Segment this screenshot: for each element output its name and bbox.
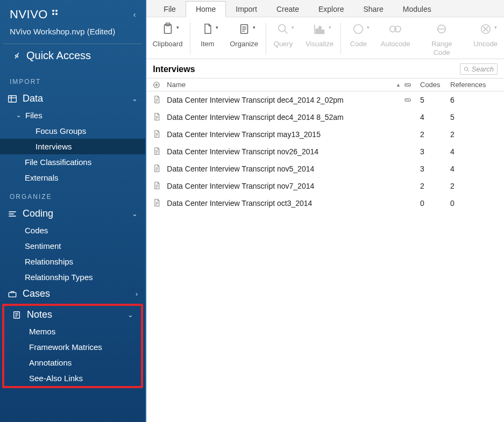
nav-codes[interactable]: Codes bbox=[0, 223, 145, 238]
table-row[interactable]: Data Center Interview Transcript nov5_20… bbox=[146, 160, 504, 177]
row-codes: 5 bbox=[420, 96, 450, 104]
ribbon-autocode[interactable]: Autocode bbox=[374, 20, 416, 48]
dropdown-icon: ▾ bbox=[329, 25, 331, 30]
tab-file[interactable]: File bbox=[154, 2, 186, 17]
dropdown-icon: ▾ bbox=[494, 25, 497, 30]
column-codes[interactable]: Codes bbox=[420, 81, 450, 89]
tab-import[interactable]: Import bbox=[226, 2, 267, 17]
svg-rect-1 bbox=[9, 96, 17, 102]
nav-data[interactable]: Data ⌄ bbox=[0, 90, 145, 108]
autocode-icon bbox=[389, 20, 402, 38]
row-references: 5 bbox=[450, 113, 498, 121]
svg-point-33 bbox=[464, 67, 468, 70]
svg-line-34 bbox=[467, 70, 469, 71]
svg-rect-7 bbox=[9, 292, 16, 297]
nav-coding-label: Coding bbox=[23, 208, 53, 219]
ribbon-code[interactable]: ▾ Code bbox=[342, 20, 374, 48]
quick-access-button[interactable]: Quick Access bbox=[3, 44, 142, 70]
table-row[interactable]: Data Center Interview Transcript oct3_20… bbox=[146, 195, 504, 212]
dropdown-icon: ▾ bbox=[216, 25, 218, 30]
tab-home[interactable]: Home bbox=[186, 1, 226, 17]
row-name: Data Center Interview Transcript may13_2… bbox=[167, 130, 404, 139]
nav-notes-label: Notes bbox=[27, 309, 52, 320]
query-icon: ▾ bbox=[277, 20, 289, 38]
row-references: 6 bbox=[450, 96, 498, 104]
code-icon: ▾ bbox=[352, 20, 364, 38]
row-codes: 3 bbox=[420, 164, 450, 173]
chevron-down-icon: ⌄ bbox=[132, 210, 138, 218]
column-name[interactable]: Name ▲ bbox=[167, 81, 404, 89]
nav-coding[interactable]: Coding ⌄ bbox=[0, 205, 145, 223]
row-codes: 3 bbox=[420, 147, 450, 156]
nav-sentiment[interactable]: Sentiment bbox=[0, 238, 145, 254]
document-icon bbox=[153, 181, 167, 190]
row-references: 4 bbox=[450, 147, 498, 156]
nav-externals[interactable]: Externals bbox=[0, 170, 145, 185]
nav-annotations[interactable]: Annotations bbox=[4, 355, 141, 370]
ribbon-range-code[interactable]: Range Code bbox=[416, 20, 467, 56]
svg-line-0 bbox=[15, 56, 16, 59]
row-codes: 0 bbox=[420, 199, 450, 208]
sort-asc-icon: ▲ bbox=[396, 82, 401, 88]
section-organize: ORGANIZE bbox=[0, 185, 145, 205]
table-row[interactable]: Data Center Interview Transcript nov26_2… bbox=[146, 143, 504, 160]
tab-share[interactable]: Share bbox=[353, 2, 393, 17]
document-icon bbox=[153, 198, 167, 208]
svg-rect-23 bbox=[319, 26, 321, 33]
expand-column-icon[interactable] bbox=[153, 81, 167, 89]
menu-tabbar: File Home Import Create Explore Share Mo… bbox=[146, 0, 504, 17]
tab-create[interactable]: Create bbox=[267, 2, 309, 17]
nav-notes[interactable]: Notes ⌄ bbox=[4, 306, 141, 324]
main-panel: File Home Import Create Explore Share Mo… bbox=[145, 0, 504, 422]
chevron-down-icon: ⌄ bbox=[16, 112, 21, 119]
row-name: Data Center Interview Transcript nov7_20… bbox=[167, 182, 404, 190]
data-icon bbox=[8, 95, 17, 103]
nav-framework-matrices[interactable]: Framework Matrices bbox=[4, 339, 141, 355]
tab-explore[interactable]: Explore bbox=[309, 2, 353, 17]
row-name: Data Center Interview Transcript dec4_20… bbox=[167, 113, 404, 121]
search-input[interactable]: Search bbox=[460, 63, 498, 75]
ribbon-query[interactable]: ▾ Query bbox=[267, 20, 299, 48]
sidebar: NVIVO ‹ NVivo Workshop.nvp (Edited) Quic… bbox=[0, 0, 145, 422]
nav-interviews[interactable]: Interviews bbox=[0, 139, 145, 154]
table-row[interactable]: Data Center Interview Transcript dec4_20… bbox=[146, 109, 504, 126]
nav-files[interactable]: ⌄ Files bbox=[0, 108, 145, 123]
nav-memos[interactable]: Memos bbox=[4, 324, 141, 339]
row-name: Data Center Interview Transcript nov26_2… bbox=[167, 147, 404, 156]
section-import: IMPORT bbox=[0, 70, 145, 90]
logo-dots-icon bbox=[52, 10, 58, 15]
tab-modules[interactable]: Modules bbox=[393, 2, 441, 17]
nav-focus-groups[interactable]: Focus Groups bbox=[0, 123, 145, 139]
row-name: Data Center Interview Transcript nov5_20… bbox=[167, 164, 404, 173]
row-name: Data Center Interview Transcript dec4_20… bbox=[167, 96, 404, 104]
ribbon-item[interactable]: ▾ Item bbox=[191, 20, 224, 48]
nav-cases-label: Cases bbox=[23, 288, 50, 299]
svg-line-19 bbox=[285, 31, 288, 34]
collapse-sidebar-button[interactable]: ‹ bbox=[133, 10, 136, 19]
svg-rect-22 bbox=[316, 29, 318, 33]
nav-cases[interactable]: Cases › bbox=[0, 285, 145, 303]
nav-relationships[interactable]: Relationships bbox=[0, 254, 145, 269]
table-row[interactable]: Data Center Interview Transcript dec4_20… bbox=[146, 91, 504, 109]
nav-file-classifications[interactable]: File Classifications bbox=[0, 154, 145, 170]
clipboard-icon: ▾ bbox=[162, 20, 174, 38]
project-name: NVivo Workshop.nvp (Edited) bbox=[0, 26, 145, 44]
document-icon bbox=[153, 147, 167, 156]
column-references[interactable]: References bbox=[450, 81, 498, 89]
svg-point-18 bbox=[279, 25, 286, 32]
list-header: Interviews Search bbox=[146, 59, 504, 78]
column-link-icon[interactable] bbox=[404, 81, 420, 89]
ribbon-clipboard[interactable]: ▾ Clipboard bbox=[146, 20, 188, 48]
organize-icon: ▾ bbox=[238, 20, 250, 38]
nav-relationship-types[interactable]: Relationship Types bbox=[0, 269, 145, 285]
row-name: Data Center Interview Transcript oct3_20… bbox=[167, 199, 404, 208]
dropdown-icon: ▾ bbox=[367, 25, 370, 30]
ribbon-visualize[interactable]: ▾ Visualize bbox=[300, 20, 340, 48]
row-codes: 4 bbox=[420, 113, 450, 121]
table-row[interactable]: Data Center Interview Transcript may13_2… bbox=[146, 126, 504, 143]
quick-access-label: Quick Access bbox=[26, 49, 91, 62]
table-row[interactable]: Data Center Interview Transcript nov7_20… bbox=[146, 177, 504, 195]
ribbon-uncode[interactable]: ▾ Uncode bbox=[467, 20, 504, 48]
ribbon-organize[interactable]: ▾ Organize bbox=[224, 20, 265, 48]
nav-see-also-links[interactable]: See-Also Links bbox=[4, 370, 141, 386]
